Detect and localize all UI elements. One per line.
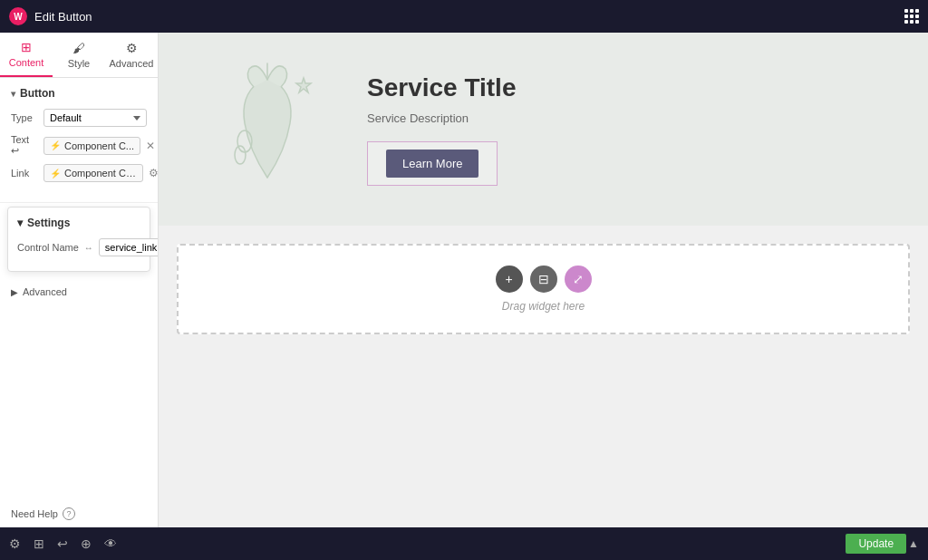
link-value-box[interactable]: ⚡ Component Control Value [44, 164, 143, 182]
advanced-arrow-icon: ▶ [11, 287, 18, 297]
update-button[interactable]: Update [846, 534, 906, 554]
button-section-header[interactable]: ▾ Button [11, 87, 147, 100]
add-widget-button[interactable]: + [496, 266, 523, 293]
top-bar: W Edit Button [0, 0, 928, 33]
section-arrow-icon: ▾ [11, 89, 15, 99]
settings-header[interactable]: ▾ Settings [17, 217, 140, 229]
link-label: Link [11, 168, 38, 179]
service-title: Service Title [367, 73, 892, 102]
need-help[interactable]: Need Help ? [0, 500, 158, 527]
tab-style[interactable]: 🖌 Style [53, 33, 105, 77]
need-help-label: Need Help [11, 508, 58, 519]
panel-title: Edit Button [34, 10, 92, 24]
text-remove-btn[interactable]: ✕ [144, 140, 157, 152]
panel-tabs: ⊞ Content 🖌 Style ⚙ Advanced [0, 33, 158, 78]
tab-content-label: Content [9, 57, 44, 68]
main-layout: ⊞ Content 🖌 Style ⚙ Advanced ▾ Button Ty… [0, 33, 928, 527]
canvas-area: Service Title Service Description Learn … [159, 33, 928, 527]
folder-widget-button[interactable]: ⊟ [530, 266, 557, 293]
undo-bottom-icon[interactable]: ↩ [57, 536, 68, 551]
text-field-row: Text ↩ ⚡ Component C... ✕ [11, 134, 147, 157]
type-field-row: Type Default [11, 109, 147, 127]
grid-menu-icon[interactable] [904, 9, 919, 24]
type-select[interactable]: Default [44, 109, 147, 127]
button-section-label: Button [20, 87, 55, 100]
tab-advanced[interactable]: ⚙ Advanced [105, 33, 158, 77]
app-logo: W [9, 7, 27, 25]
link-control: ⚡ Component Control Value ⚙ ✕ [44, 164, 159, 182]
control-name-label: Control Name [17, 242, 79, 253]
advanced-tab-icon: ⚙ [126, 41, 138, 55]
settings-arrow-icon: ▾ [17, 217, 23, 229]
control-name-row: Control Name ↔ [17, 238, 140, 256]
settings-header-label: Settings [27, 217, 70, 229]
button-highlight-box: Learn More [367, 141, 498, 186]
grid-bottom-icon[interactable]: ⊞ [34, 536, 44, 551]
drop-label: Drag widget here [502, 300, 585, 313]
update-group: Update ▲ [846, 534, 919, 554]
update-chevron-btn[interactable]: ▲ [908, 537, 919, 550]
text-control: ⚡ Component C... ✕ [44, 137, 157, 155]
link-dynamic-icon: ⚡ [50, 169, 61, 179]
type-label: Type [11, 112, 38, 123]
text-value: Component C... [64, 140, 134, 151]
control-name-icon: ↔ [84, 243, 93, 253]
text-label: Text ↩ [11, 134, 38, 157]
top-bar-left: W Edit Button [9, 7, 92, 25]
button-section: ▾ Button Type Default Text ↩ ⚡ Compo [0, 78, 158, 198]
eye-bottom-icon[interactable]: 👁 [104, 536, 117, 551]
advanced-label: Advanced [23, 286, 67, 297]
drop-zone: + ⊟ ⤢ Drag widget here [177, 244, 910, 334]
service-description: Service Description [367, 111, 892, 125]
advanced-row[interactable]: ▶ Advanced [0, 279, 158, 304]
type-control: Default [44, 109, 147, 127]
learn-more-button[interactable]: Learn More [386, 150, 478, 178]
layers-bottom-icon[interactable]: ⊕ [81, 536, 92, 551]
settings-popup: ▾ Settings Control Name ↔ [7, 207, 150, 272]
text-value-box[interactable]: ⚡ Component C... [44, 137, 140, 155]
svg-point-1 [235, 146, 246, 164]
dynamic-icon: ⚡ [50, 140, 61, 150]
tab-content[interactable]: ⊞ Content [0, 33, 53, 77]
bottom-bar: ⚙ ⊞ ↩ ⊕ 👁 Update ▲ [0, 527, 928, 560]
help-icon: ? [63, 507, 75, 520]
drop-icons: + ⊟ ⤢ [496, 266, 592, 293]
content-tab-icon: ⊞ [21, 40, 32, 54]
service-illustration [195, 60, 340, 198]
left-panel: ⊞ Content 🖌 Style ⚙ Advanced ▾ Button Ty… [0, 33, 159, 527]
divider-1 [0, 202, 158, 203]
link-settings-btn[interactable]: ⚙ [147, 167, 159, 179]
style-tab-icon: 🖌 [72, 41, 85, 55]
service-content: Service Title Service Description Learn … [367, 73, 892, 186]
tab-style-label: Style [68, 58, 90, 69]
settings-bottom-icon[interactable]: ⚙ [9, 536, 21, 551]
link-value: Component Control Value [64, 168, 137, 179]
bottom-left: ⚙ ⊞ ↩ ⊕ 👁 [9, 536, 117, 551]
tab-advanced-label: Advanced [110, 58, 154, 69]
control-name-input[interactable] [99, 238, 159, 256]
service-section: Service Title Service Description Learn … [159, 33, 928, 226]
expand-widget-button[interactable]: ⤢ [565, 266, 592, 293]
link-field-row: Link ⚡ Component Control Value ⚙ ✕ [11, 164, 147, 182]
